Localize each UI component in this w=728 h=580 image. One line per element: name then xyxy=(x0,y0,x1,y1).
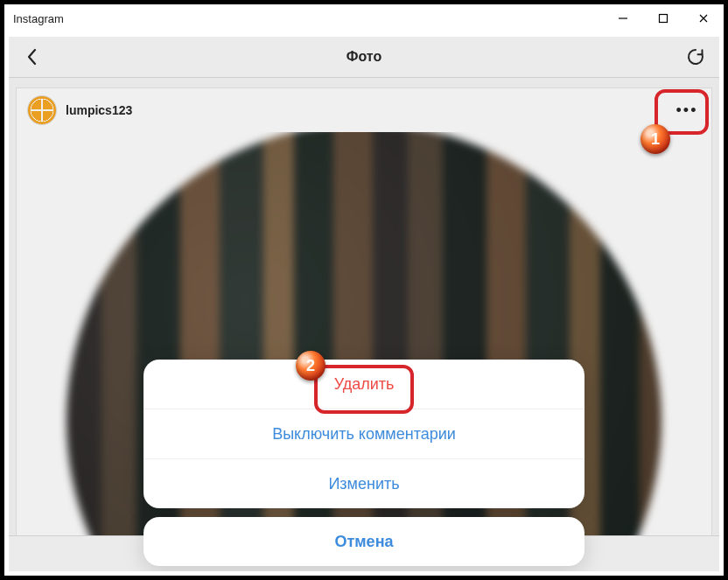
delete-option-label: Удалить xyxy=(334,375,395,394)
app-window: Instagram Фото xyxy=(0,0,728,580)
disable-comments-option[interactable]: Выключить комментарии xyxy=(144,409,584,458)
window-maximize-button[interactable] xyxy=(643,4,683,32)
top-nav: Фото xyxy=(9,37,719,78)
window-title: Instagram xyxy=(13,12,64,25)
post-header: lumpics123 ••• xyxy=(17,88,711,133)
app-content: Фото lumpics123 ••• xyxy=(9,37,719,571)
action-sheet-options: Удалить Выключить комментарии Изменить xyxy=(144,360,584,508)
nav-title: Фото xyxy=(9,49,719,65)
cancel-option-label: Отмена xyxy=(334,533,393,551)
window-close-button[interactable] xyxy=(683,4,724,32)
disable-comments-option-label: Выключить комментарии xyxy=(272,425,456,444)
reload-button[interactable] xyxy=(672,37,719,77)
action-sheet: Удалить Выключить комментарии Изменить О… xyxy=(144,351,584,566)
post-options-button[interactable]: ••• xyxy=(671,97,703,123)
edit-option[interactable]: Изменить xyxy=(144,458,584,508)
delete-option[interactable]: Удалить xyxy=(144,360,584,409)
back-button[interactable] xyxy=(9,48,56,66)
user-avatar[interactable] xyxy=(27,95,57,125)
cancel-option[interactable]: Отмена xyxy=(144,517,584,566)
window-titlebar: Instagram xyxy=(4,4,724,32)
svg-rect-0 xyxy=(660,15,668,23)
edit-option-label: Изменить xyxy=(328,475,399,493)
window-minimize-button[interactable] xyxy=(603,4,643,32)
username[interactable]: lumpics123 xyxy=(66,103,132,117)
action-sheet-cancel-block: Отмена xyxy=(144,517,584,566)
more-icon: ••• xyxy=(676,101,698,120)
